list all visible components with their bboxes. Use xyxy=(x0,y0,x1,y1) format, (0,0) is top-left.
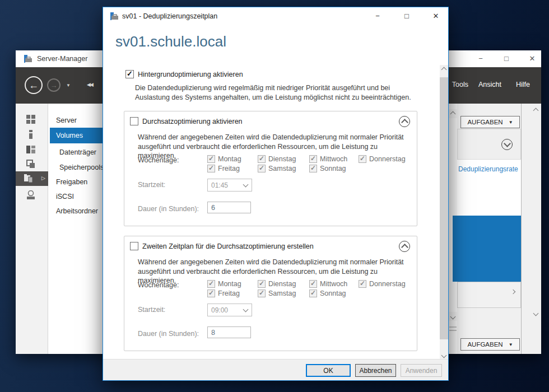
chevron-right-icon[interactable] xyxy=(511,290,515,294)
menu-tools[interactable]: Tools xyxy=(452,81,468,88)
sidebar-item-all-servers[interactable] xyxy=(24,143,38,155)
mittwoch-checkbox[interactable] xyxy=(309,280,317,288)
scrollbar-thumb[interactable] xyxy=(440,77,448,339)
background-optimization-description: Die Datendeduplizierung wird regelmäßig … xyxy=(135,83,422,102)
chevron-up-icon xyxy=(401,119,408,126)
duration-label: Dauer (in Stunden): xyxy=(138,330,199,338)
dedup-rate-link[interactable]: Deduplizierungsrate xyxy=(458,165,518,173)
sidebar-item-network[interactable] xyxy=(24,189,38,201)
dashboard-grid-icon xyxy=(26,115,35,124)
menu-hilfe[interactable]: Hilfe xyxy=(516,81,530,88)
scroll-down-icon[interactable] xyxy=(533,310,539,316)
dienstag-checkbox[interactable] xyxy=(258,155,266,163)
collapse-group-button[interactable] xyxy=(399,241,410,252)
dialog-close-button[interactable]: ✕ xyxy=(431,12,440,20)
forward-button[interactable]: → xyxy=(47,78,61,92)
menu-ansicht[interactable]: Ansicht xyxy=(478,81,501,88)
throughput-optimization-label: Durchsatzoptimierung aktivieren xyxy=(142,118,243,125)
second-schedule-label: Zweiten Zeitplan für die Durchsatzoptimi… xyxy=(142,242,314,250)
combo-caret-icon xyxy=(243,307,249,312)
selected-volume-row[interactable] xyxy=(453,216,521,282)
nav-dropdown-icon[interactable]: ▼ xyxy=(66,83,71,88)
collapse-pane-icon[interactable]: ◀◀ xyxy=(87,82,92,87)
filter-header xyxy=(457,129,521,160)
scroll-up-icon[interactable] xyxy=(533,108,539,113)
scroll-down-icon[interactable] xyxy=(450,314,456,319)
scroll-down-icon[interactable] xyxy=(441,352,447,358)
collapse-section-button[interactable] xyxy=(501,139,513,150)
server-manager-title: Server-Manager xyxy=(37,55,87,63)
sonntag-checkbox[interactable] xyxy=(309,165,317,172)
chevron-down-icon xyxy=(504,140,511,147)
background-optimization-checkbox[interactable] xyxy=(125,70,134,78)
sidebar-item-services[interactable] xyxy=(24,158,38,170)
duration-input[interactable] xyxy=(207,326,251,338)
chevron-up-icon xyxy=(401,244,408,251)
freitag-checkbox[interactable] xyxy=(207,165,215,172)
dialog-minimize-button[interactable]: − xyxy=(373,12,382,20)
mittwoch-checkbox[interactable] xyxy=(309,155,317,163)
sm-minimize-button[interactable]: − xyxy=(476,54,485,63)
server-manager-icon xyxy=(24,54,32,63)
volumes-detail-panel: AUFGABEN ▼ Deduplizierungsrate AUFGABEN xyxy=(457,104,521,354)
start-time-select[interactable]: 09:00 xyxy=(207,304,252,316)
file-storage-icon xyxy=(24,174,34,183)
apply-button[interactable]: Anwenden xyxy=(401,364,442,377)
tasks-button-bottom[interactable]: AUFGABEN ▼ xyxy=(460,338,520,351)
dialog-maximize-button[interactable]: □ xyxy=(402,12,411,20)
sidebar-item-file-storage-selected[interactable]: ▷ xyxy=(16,171,48,186)
local-server-icon xyxy=(27,130,35,139)
weekdays-label: Wochentage: xyxy=(138,156,179,164)
dialog-heading: sv01.schule.local xyxy=(115,33,226,50)
start-time-label: Startzeit: xyxy=(138,181,165,189)
back-button[interactable]: ← xyxy=(25,76,43,94)
sidebar-item-local-server[interactable] xyxy=(24,128,38,141)
collapse-group-button[interactable] xyxy=(399,116,410,127)
dialog-footer: OK Abbrechen Anwenden xyxy=(103,359,448,380)
tasks-dropdown-icon: ▼ xyxy=(509,342,513,347)
montag-checkbox[interactable] xyxy=(207,280,215,288)
throughput-optimization-checkbox[interactable] xyxy=(130,117,138,125)
freitag-checkbox[interactable] xyxy=(207,290,215,297)
tasks-dropdown-icon: ▼ xyxy=(509,120,513,125)
weekday-checkboxes: Montag Dienstag Mittwoch Donnerstag Frei… xyxy=(207,279,412,297)
all-servers-icon xyxy=(26,144,35,153)
forward-arrow-icon: → xyxy=(50,82,58,89)
sm-maximize-button[interactable]: □ xyxy=(502,54,511,63)
right-gutter xyxy=(522,104,541,354)
start-time-label: Startzeit: xyxy=(138,306,165,314)
flyout-arrow-icon: ▷ xyxy=(41,175,45,181)
scroll-up-icon[interactable] xyxy=(450,111,456,116)
samstag-checkbox[interactable] xyxy=(258,165,266,172)
splitter-line xyxy=(449,326,457,328)
cancel-button[interactable]: Abbrechen xyxy=(355,364,396,377)
background-optimization-label: Hintergrundoptimierung aktivieren xyxy=(138,71,243,78)
montag-checkbox[interactable] xyxy=(207,155,215,163)
weekdays-label: Wochentage: xyxy=(138,281,179,289)
duration-input[interactable] xyxy=(207,202,251,213)
donnerstag-checkbox[interactable] xyxy=(359,280,366,288)
desktop: Server-Manager − □ ✕ ← → ▼ ◀◀ Tools Ansi… xyxy=(0,0,549,392)
splitter-line xyxy=(449,330,457,331)
second-schedule-checkbox[interactable] xyxy=(130,242,138,250)
scroll-up-icon[interactable] xyxy=(441,67,447,72)
dialog-titlebar: sv01 - Deduplizierungszeitplan − □ ✕ xyxy=(103,7,448,25)
volumes-list-area: Deduplizierungsrate xyxy=(457,160,521,216)
dialog-scrollbar[interactable] xyxy=(440,65,448,360)
sidebar-item-dashboard[interactable] xyxy=(24,113,38,125)
duration-label: Dauer (in Stunden): xyxy=(138,205,199,213)
details-collapsed-section xyxy=(457,282,521,308)
stacked-servers-icon xyxy=(26,160,35,169)
samstag-checkbox[interactable] xyxy=(258,290,266,297)
dedup-schedule-dialog: sv01 - Deduplizierungszeitplan − □ ✕ sv0… xyxy=(103,7,449,381)
dialog-title: sv01 - Deduplizierungszeitplan xyxy=(122,12,217,20)
sonntag-checkbox[interactable] xyxy=(309,290,317,297)
sm-close-button[interactable]: ✕ xyxy=(528,54,537,63)
start-time-select[interactable]: 01:45 xyxy=(207,179,252,192)
donnerstag-checkbox[interactable] xyxy=(359,155,366,163)
dialog-icon xyxy=(110,12,119,21)
tasks-button-top[interactable]: AUFGABEN ▼ xyxy=(460,116,520,128)
ok-button[interactable]: OK xyxy=(306,364,351,377)
dienstag-checkbox[interactable] xyxy=(258,280,266,288)
network-globe-icon xyxy=(26,190,35,199)
